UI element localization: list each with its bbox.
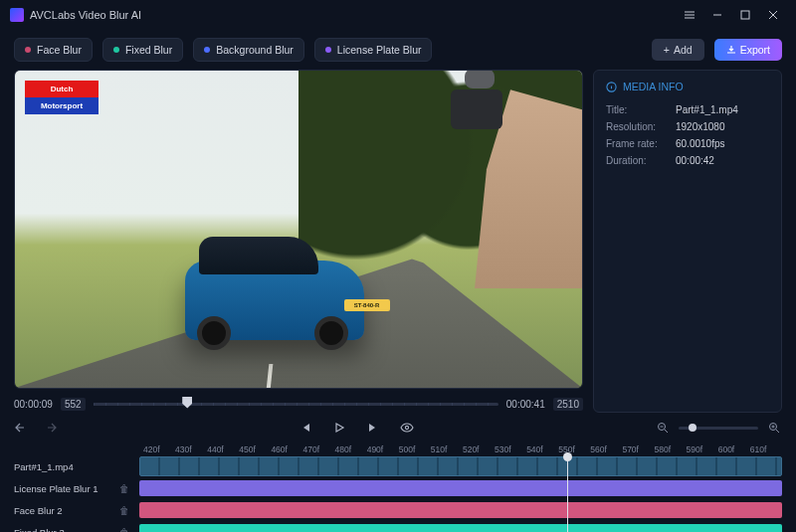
ruler-tick: 460f — [271, 444, 302, 454]
ruler-tick: 610f — [750, 444, 782, 454]
maximize-icon[interactable] — [732, 4, 758, 26]
ruler-tick: 490f — [367, 444, 399, 454]
app-title: AVCLabs Video Blur AI — [30, 9, 141, 21]
timeline-ruler: 420f430f440f450f460f470f480f490f500f510f… — [143, 444, 782, 454]
track-license: License Plate Blur 1🗑 — [14, 478, 782, 498]
track-video-lane[interactable] — [139, 456, 782, 476]
seek-handle-icon[interactable] — [182, 397, 192, 409]
license-plate-blur-label: License Plate Blur — [337, 44, 422, 56]
ruler-tick: 590f — [687, 444, 718, 454]
ruler-tick: 550f — [558, 444, 590, 454]
ruler-tick: 560f — [590, 444, 622, 454]
bg-dot-icon — [204, 47, 210, 53]
mi-res-k: Resolution: — [606, 121, 676, 132]
seek-track[interactable] — [94, 403, 498, 406]
add-button[interactable]: + Add — [652, 39, 704, 61]
zoom-in-button[interactable] — [766, 420, 782, 436]
playhead-icon[interactable] — [567, 456, 568, 532]
hamburger-icon[interactable] — [677, 4, 702, 26]
zoom-slider[interactable] — [679, 427, 758, 430]
mi-fps-v: 60.0010fps — [676, 138, 725, 149]
ruler-tick: 450f — [239, 444, 271, 454]
seek-right-time: 00:00:41 — [506, 399, 545, 410]
seek-right-frame: 2510 — [553, 398, 583, 411]
svg-point-2 — [405, 426, 408, 429]
ruler-tick: 430f — [175, 444, 207, 454]
mi-dur-k: Duration: — [606, 155, 676, 166]
visibility-toggle[interactable] — [399, 420, 415, 436]
transport-controls — [0, 413, 796, 443]
ruler-tick: 520f — [463, 444, 495, 454]
ruler-tick: 440f — [207, 444, 239, 454]
ruler-tick: 500f — [399, 444, 431, 454]
seek-left-time: 00:00:09 — [14, 399, 53, 410]
mi-title-k: Title: — [606, 104, 676, 115]
fixed-blur-button[interactable]: Fixed Blur — [102, 38, 183, 62]
track-license-delete[interactable]: 🗑 — [119, 483, 129, 494]
ruler-tick: 570f — [622, 444, 654, 454]
info-icon — [606, 82, 617, 92]
minimize-icon[interactable] — [704, 4, 730, 26]
undo-button[interactable] — [14, 420, 30, 436]
track-fixed-delete[interactable]: 🗑 — [119, 527, 129, 533]
svg-rect-0 — [741, 11, 749, 19]
seek-bar: 00:00:09 552 00:00:41 2510 — [14, 395, 583, 413]
preview-panel: ST-840-R Dutch Motorsport 00:00:09 552 0… — [14, 70, 583, 413]
track-fixed: Fixed Blur 3🗑 — [14, 522, 782, 532]
track-face-label: Face Blur 2 — [14, 505, 63, 516]
track-face-delete[interactable]: 🗑 — [119, 505, 129, 516]
export-label: Export — [740, 44, 770, 56]
background-blur-button[interactable]: Background Blur — [193, 38, 304, 62]
titlebar: AVCLabs Video Blur AI — [0, 0, 796, 30]
mi-fps-k: Frame rate: — [606, 138, 676, 149]
ruler-tick: 510f — [431, 444, 463, 454]
badge-top: Dutch — [25, 81, 99, 97]
export-icon — [726, 45, 736, 55]
mi-title-v: Part#1_1.mp4 — [676, 104, 738, 115]
track-fixed-lane[interactable] — [139, 524, 782, 532]
fixed-blur-label: Fixed Blur — [125, 44, 172, 56]
track-face-lane[interactable] — [139, 502, 782, 518]
zoom-handle-icon[interactable] — [689, 424, 696, 432]
next-frame-button[interactable] — [365, 420, 381, 436]
ruler-tick: 470f — [302, 444, 334, 454]
prev-frame-button[interactable] — [298, 420, 313, 436]
media-info-title: MEDIA INFO — [623, 81, 684, 92]
track-license-lane[interactable] — [139, 480, 782, 496]
window-buttons — [677, 4, 786, 26]
license-plate: ST-840-R — [344, 299, 390, 311]
fixed-dot-icon — [113, 47, 119, 53]
watermark-badge: Dutch Motorsport — [25, 81, 99, 114]
track-video: Part#1_1.mp4 — [14, 456, 782, 476]
main-area: ST-840-R Dutch Motorsport 00:00:09 552 0… — [0, 70, 796, 413]
license-plate-blur-button[interactable]: License Plate Blur — [314, 38, 433, 62]
app-logo-icon — [10, 8, 24, 22]
ruler-tick: 580f — [655, 444, 687, 454]
background-blur-label: Background Blur — [216, 44, 294, 56]
app-title-wrap: AVCLabs Video Blur AI — [10, 8, 141, 22]
ruler-tick: 480f — [335, 444, 367, 454]
zoom-out-button[interactable] — [655, 420, 671, 436]
video-preview[interactable]: ST-840-R Dutch Motorsport — [14, 70, 583, 389]
lp-dot-icon — [325, 47, 331, 53]
seek-left-frame: 552 — [61, 398, 86, 411]
redo-button[interactable] — [42, 420, 58, 436]
close-icon[interactable] — [760, 4, 786, 26]
play-button[interactable] — [331, 420, 347, 436]
timeline: 420f430f440f450f460f470f480f490f500f510f… — [0, 443, 796, 532]
media-info-header: MEDIA INFO — [606, 81, 769, 92]
export-button[interactable]: Export — [714, 39, 782, 61]
track-video-label: Part#1_1.mp4 — [14, 461, 74, 472]
face-blur-label: Face Blur — [37, 44, 82, 56]
plus-icon: + — [664, 44, 670, 56]
ruler-tick: 600f — [718, 444, 750, 454]
face-blur-button[interactable]: Face Blur — [14, 38, 93, 62]
ruler-tick: 540f — [526, 444, 558, 454]
mi-dur-v: 00:00:42 — [676, 155, 714, 166]
badge-bottom: Motorsport — [25, 97, 99, 114]
ruler-tick: 530f — [495, 444, 526, 454]
timeline-tracks: Part#1_1.mp4 License Plate Blur 1🗑 Face … — [14, 456, 782, 532]
add-label: Add — [674, 44, 693, 56]
toolbar: Face Blur Fixed Blur Background Blur Lic… — [0, 30, 796, 70]
mi-res-v: 1920x1080 — [676, 121, 725, 132]
